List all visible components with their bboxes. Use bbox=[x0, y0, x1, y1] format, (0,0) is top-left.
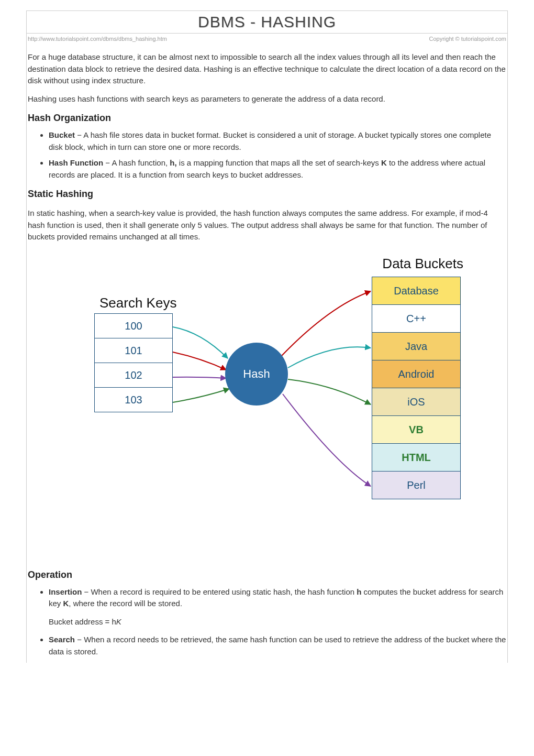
source-url[interactable]: http://www.tutorialspoint.com/dbms/dbms_… bbox=[28, 36, 167, 42]
heading-hash-organization: Hash Organization bbox=[28, 111, 506, 125]
hash-function-item: Hash Function − A hash function, h, is a… bbox=[49, 157, 506, 181]
insertion-term: Insertion bbox=[49, 587, 82, 596]
content-area: For a huge database structure, it can be… bbox=[27, 44, 507, 663]
insertion-K: K bbox=[63, 599, 69, 608]
search-keys-column: 100 101 102 103 bbox=[94, 314, 173, 412]
bucket-cell: HTML bbox=[372, 443, 461, 472]
heading-static-hashing: Static Hashing bbox=[28, 187, 506, 201]
bucket-cell: Database bbox=[372, 277, 461, 305]
intro-paragraph-1: For a huge database structure, it can be… bbox=[28, 51, 506, 87]
insertion-item: Insertion − When a record is required to… bbox=[49, 586, 506, 628]
hashfn-desc-a: − A hash function, bbox=[103, 158, 170, 167]
search-desc: − When a record needs to be retrieved, t… bbox=[49, 635, 506, 656]
meta-row: http://www.tutorialspoint.com/dbms/dbms_… bbox=[27, 34, 507, 44]
insertion-desc-c: , where the record will be stored. bbox=[69, 599, 182, 608]
hashfn-term: Hash Function bbox=[49, 158, 103, 167]
bucket-cell: iOS bbox=[372, 388, 461, 416]
data-buckets-column: Database C++ Java Android iOS VB HTML Pe… bbox=[372, 277, 461, 499]
hashfn-h: h, bbox=[170, 158, 176, 167]
search-key-cell: 101 bbox=[94, 338, 173, 363]
formula-text: Bucket address = h bbox=[49, 617, 116, 626]
copyright-text: Copyright © tutorialspoint.com bbox=[429, 36, 506, 42]
hash-org-list: Bucket − A hash file stores data in buck… bbox=[28, 129, 506, 181]
bucket-cell: C++ bbox=[372, 304, 461, 333]
static-hashing-desc: In static hashing, when a search-key val… bbox=[28, 207, 506, 243]
bucket-cell: VB bbox=[372, 415, 461, 444]
search-key-cell: 103 bbox=[94, 387, 173, 412]
heading-operation: Operation bbox=[28, 568, 506, 582]
hash-node: Hash bbox=[225, 343, 288, 406]
bucket-address-formula: Bucket address = hK bbox=[49, 616, 506, 628]
bucket-cell: Java bbox=[372, 332, 461, 360]
search-key-cell: 100 bbox=[94, 313, 173, 338]
hash-label: Hash bbox=[243, 365, 270, 382]
bucket-term: Bucket bbox=[49, 130, 75, 139]
bucket-cell: Android bbox=[372, 360, 461, 388]
formula-k: K bbox=[116, 617, 121, 626]
page-container: DBMS - HASHING http://www.tutorialspoint… bbox=[26, 10, 508, 663]
hashfn-desc-b: is a mapping function that maps all the … bbox=[177, 158, 381, 167]
title-bar: DBMS - HASHING bbox=[27, 10, 507, 34]
search-term: Search bbox=[49, 635, 75, 644]
hashfn-K: K bbox=[381, 158, 387, 167]
operation-list: Insertion − When a record is required to… bbox=[28, 586, 506, 658]
bucket-item: Bucket − A hash file stores data in buck… bbox=[49, 129, 506, 153]
bucket-cell: Perl bbox=[372, 471, 461, 499]
insertion-desc-a: − When a record is required to be entere… bbox=[82, 587, 357, 596]
search-key-cell: 102 bbox=[94, 363, 173, 388]
intro-paragraph-2: Hashing uses hash functions with search … bbox=[28, 93, 506, 105]
search-item: Search − When a record needs to be retri… bbox=[49, 634, 506, 658]
bucket-desc: − A hash file stores data in bucket form… bbox=[49, 130, 491, 151]
page-title: DBMS - HASHING bbox=[27, 13, 507, 31]
search-keys-label: Search Keys bbox=[99, 293, 176, 313]
data-buckets-label: Data Buckets bbox=[382, 254, 463, 274]
static-hashing-diagram: Search Keys Data Buckets 100 101 102 103… bbox=[63, 254, 471, 552]
